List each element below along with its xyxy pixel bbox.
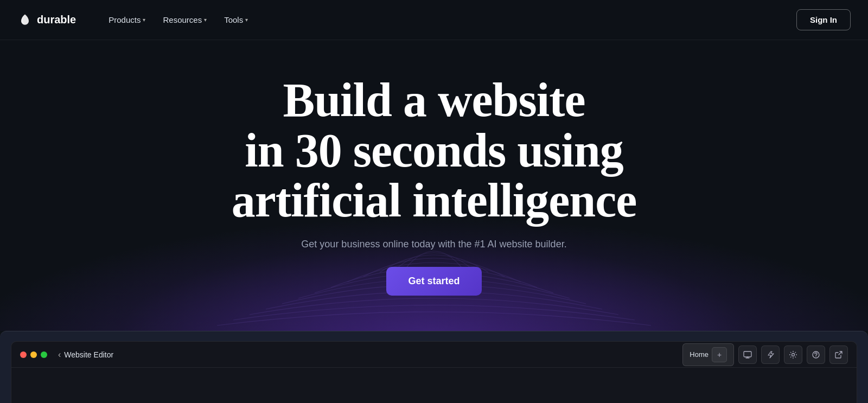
hero-section: Build a website in 30 seconds using arti… <box>0 40 868 331</box>
hero-subtitle: Get your business online today with the … <box>301 237 566 252</box>
lightning-button[interactable] <box>761 346 780 364</box>
chevron-left-icon: ‹ <box>58 350 61 360</box>
chevron-down-icon: ▾ <box>204 17 207 23</box>
nav-right: Sign In <box>796 9 851 30</box>
plus-icon: + <box>717 350 722 359</box>
editor-back-label: Website Editor <box>64 350 113 359</box>
traffic-lights <box>20 351 47 358</box>
traffic-light-yellow[interactable] <box>30 351 37 358</box>
chevron-down-icon: ▾ <box>143 17 145 23</box>
svg-point-2 <box>813 351 819 358</box>
chevron-down-icon: ▾ <box>245 17 248 23</box>
svg-point-1 <box>792 353 795 356</box>
home-tab-label: Home <box>690 350 709 359</box>
hero-content: Build a website in 30 seconds using arti… <box>232 75 637 295</box>
desktop-view-button[interactable] <box>738 346 757 364</box>
nav-links: Products ▾ Resources ▾ Tools ▾ <box>102 11 796 29</box>
nav-products[interactable]: Products ▾ <box>102 11 152 29</box>
external-link-button[interactable] <box>829 346 848 364</box>
navbar: durable Products ▾ Resources ▾ Tools ▾ S… <box>0 0 868 40</box>
sign-in-button[interactable]: Sign In <box>796 9 851 30</box>
svg-rect-0 <box>744 351 751 357</box>
add-tab-button[interactable]: + <box>712 347 727 362</box>
editor-bar: ‹ Website Editor Home + <box>0 331 868 403</box>
help-button[interactable] <box>807 346 825 364</box>
editor-bar-inner: ‹ Website Editor Home + <box>11 341 857 403</box>
get-started-button[interactable]: Get started <box>386 267 481 296</box>
home-tab[interactable]: Home + <box>682 343 734 366</box>
nav-resources-label: Resources <box>163 15 202 24</box>
nav-tools-label: Tools <box>224 15 243 24</box>
logo[interactable]: durable <box>17 12 76 28</box>
traffic-light-red[interactable] <box>20 351 27 358</box>
nav-tools[interactable]: Tools ▾ <box>218 11 254 29</box>
nav-products-label: Products <box>108 15 141 24</box>
traffic-light-green[interactable] <box>41 351 47 358</box>
editor-toolbar-right: Home + <box>682 343 848 366</box>
brand-name: durable <box>37 14 76 26</box>
editor-back-button[interactable]: ‹ Website Editor <box>58 350 113 360</box>
hero-title: Build a website in 30 seconds using arti… <box>232 75 637 226</box>
nav-resources[interactable]: Resources ▾ <box>156 11 213 29</box>
svg-point-3 <box>815 356 816 356</box>
editor-titlebar: ‹ Website Editor Home + <box>11 342 857 368</box>
settings-button[interactable] <box>784 346 802 364</box>
